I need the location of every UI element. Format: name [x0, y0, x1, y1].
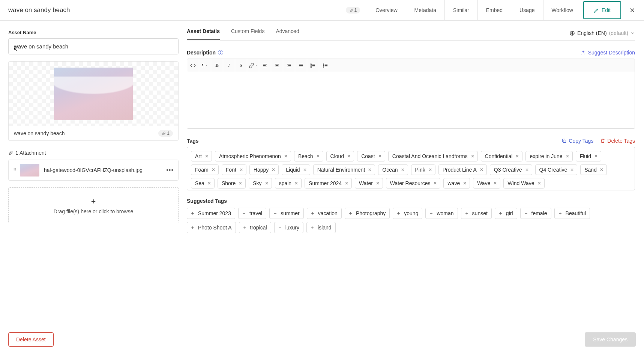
tag-label: Sand	[584, 167, 597, 173]
align-justify-button[interactable]	[295, 59, 307, 72]
tag-remove-button[interactable]: ✕	[303, 167, 307, 172]
nav-edit[interactable]: Edit	[583, 1, 621, 19]
suggested-tag-chip[interactable]: ＋Summer 2023	[187, 208, 235, 219]
tag-remove-button[interactable]: ✕	[207, 181, 211, 186]
tag-chip: Sky✕	[249, 178, 272, 189]
tag-remove-button[interactable]: ✕	[368, 167, 372, 172]
ordered-list-button[interactable]: 123	[307, 59, 319, 72]
tag-label: Ocean	[382, 167, 398, 173]
dropzone-label: Drag file(s) here or click to browse	[54, 208, 133, 214]
tag-remove-button[interactable]: ✕	[284, 154, 288, 159]
tag-remove-button[interactable]: ✕	[265, 181, 269, 186]
tag-remove-button[interactable]: ✕	[401, 167, 405, 172]
tag-chip: Happy✕	[249, 164, 279, 175]
tag-remove-button[interactable]: ✕	[493, 181, 497, 186]
suggested-tag-chip[interactable]: ＋sunset	[461, 208, 492, 219]
plus-icon: ＋	[278, 224, 282, 231]
tag-remove-button[interactable]: ✕	[566, 154, 569, 159]
tag-remove-button[interactable]: ✕	[433, 181, 437, 186]
help-icon[interactable]: ?	[218, 50, 223, 55]
suggested-tag-chip[interactable]: ＋island	[306, 222, 336, 233]
tag-remove-button[interactable]: ✕	[239, 167, 243, 172]
code-view-button[interactable]	[187, 59, 199, 72]
tag-remove-button[interactable]: ✕	[205, 154, 209, 159]
description-editor: ¶ B I S 123	[187, 59, 635, 129]
drag-handle-icon[interactable]: ⠿	[13, 167, 15, 173]
plus-icon: ＋	[558, 210, 563, 217]
suggest-description-button[interactable]: Suggest Description	[581, 50, 635, 56]
suggested-tag-chip[interactable]: ＋vacation	[307, 208, 342, 219]
preview-attachment-badge: 1	[158, 130, 173, 137]
strikethrough-button[interactable]: S	[235, 59, 247, 72]
tag-remove-button[interactable]: ✕	[428, 167, 432, 172]
tag-remove-button[interactable]: ✕	[272, 167, 275, 172]
asset-name-input[interactable]	[8, 38, 179, 54]
suggested-tag-chip[interactable]: ＋woman	[425, 208, 458, 219]
align-left-button[interactable]	[259, 59, 271, 72]
delete-tags-button[interactable]: Delete Tags	[600, 138, 635, 144]
copy-tags-button[interactable]: Copy Tags	[561, 138, 593, 144]
chevron-down-icon	[630, 31, 635, 35]
nav-usage[interactable]: Usage	[511, 0, 543, 20]
tag-remove-button[interactable]: ✕	[345, 181, 348, 186]
tab-custom-fields[interactable]: Custom Fields	[231, 28, 264, 40]
paperclip-icon	[162, 131, 166, 136]
nav-workflow[interactable]: Workflow	[543, 0, 581, 20]
italic-button[interactable]: I	[223, 59, 235, 72]
align-right-button[interactable]	[283, 59, 295, 72]
tag-remove-button[interactable]: ✕	[239, 181, 242, 186]
suggested-tag-chip[interactable]: ＋luxury	[274, 222, 303, 233]
tag-remove-button[interactable]: ✕	[212, 167, 215, 172]
tag-remove-button[interactable]: ✕	[594, 154, 598, 159]
suggested-tag-chip[interactable]: ＋Photo Shoot A	[187, 222, 236, 233]
tag-remove-button[interactable]: ✕	[600, 167, 603, 172]
tag-chip: Font✕	[222, 164, 246, 175]
align-center-button[interactable]	[271, 59, 283, 72]
paragraph-button[interactable]: ¶	[199, 59, 211, 72]
tag-remove-button[interactable]: ✕	[378, 154, 382, 159]
suggested-tag-chip[interactable]: ＋young	[393, 208, 422, 219]
suggested-tag-chip[interactable]: ＋Beautiful	[554, 208, 590, 219]
suggested-tag-chip[interactable]: ＋girl	[495, 208, 517, 219]
tag-chip: Sand✕	[580, 164, 607, 175]
unordered-list-button[interactable]	[319, 59, 331, 72]
tag-label: Q4 Creative	[539, 167, 567, 173]
bold-button[interactable]: B	[211, 59, 223, 72]
tag-remove-button[interactable]: ✕	[294, 181, 298, 186]
upload-dropzone[interactable]: ＋ Drag file(s) here or click to browse	[8, 187, 179, 223]
tag-remove-button[interactable]: ✕	[471, 154, 474, 159]
suggested-tag-chip[interactable]: ＋travel	[238, 208, 266, 219]
tag-remove-button[interactable]: ✕	[525, 167, 529, 172]
suggested-tag-chip[interactable]: ＋Photography	[345, 208, 390, 219]
tag-label: Shore	[222, 180, 236, 186]
tag-remove-button[interactable]: ✕	[570, 167, 574, 172]
preview-image-area[interactable]	[9, 62, 178, 126]
tag-remove-button[interactable]: ✕	[463, 181, 467, 186]
tab-advanced[interactable]: Advanced	[276, 28, 299, 40]
nav-overview[interactable]: Overview	[367, 0, 405, 20]
tags-container[interactable]: Art✕Atmospheric Phenomenon✕Beach✕Cloud✕C…	[187, 147, 635, 190]
tag-remove-button[interactable]: ✕	[376, 181, 380, 186]
tag-remove-button[interactable]: ✕	[316, 154, 320, 159]
tag-remove-button[interactable]: ✕	[480, 167, 483, 172]
suggested-tag-label: travel	[249, 210, 262, 216]
tag-label: spain	[279, 180, 291, 186]
description-textarea[interactable]	[187, 72, 635, 128]
language-selector[interactable]: English (EN) (default)	[569, 30, 635, 38]
attachment-more-button[interactable]: •••	[166, 167, 174, 173]
nav-metadata[interactable]: Metadata	[406, 0, 444, 20]
svg-point-7	[323, 65, 324, 66]
plus-icon: ＋	[273, 210, 278, 217]
suggested-tag-chip[interactable]: ＋female	[520, 208, 551, 219]
close-button[interactable]	[623, 7, 642, 13]
nav-embed[interactable]: Embed	[477, 0, 511, 20]
tag-remove-button[interactable]: ✕	[347, 154, 351, 159]
tag-remove-button[interactable]: ✕	[537, 181, 541, 186]
tag-remove-button[interactable]: ✕	[515, 154, 519, 159]
nav-similar[interactable]: Similar	[444, 0, 477, 20]
plus-icon: ＋	[310, 224, 315, 231]
suggested-tag-chip[interactable]: ＋summer	[269, 208, 304, 219]
tab-asset-details[interactable]: Asset Details	[187, 28, 220, 40]
suggested-tag-chip[interactable]: ＋tropical	[239, 222, 271, 233]
link-button[interactable]	[247, 59, 259, 72]
